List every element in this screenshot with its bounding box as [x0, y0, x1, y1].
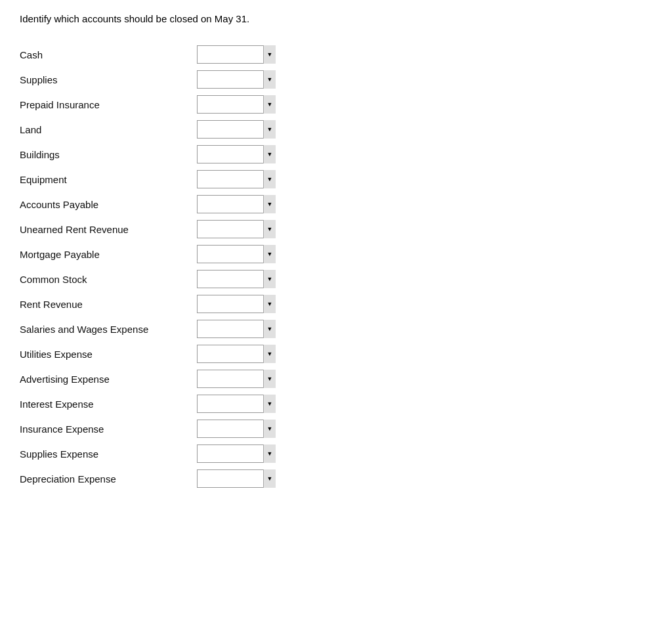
account-label-common-stock: Common Stock [20, 274, 197, 285]
account-label-prepaid-insurance: Prepaid Insurance [20, 99, 197, 110]
account-select-cash[interactable]: YesNo [197, 45, 276, 64]
account-select-unearned-rent-revenue[interactable]: YesNo [197, 220, 276, 238]
account-row-accounts-payable: Accounts PayableYesNo [20, 192, 652, 216]
account-select-rent-revenue[interactable]: YesNo [197, 295, 276, 313]
account-row-insurance-expense: Insurance ExpenseYesNo [20, 417, 652, 441]
account-row-utilities-expense: Utilities ExpenseYesNo [20, 342, 652, 366]
account-select-equipment[interactable]: YesNo [197, 170, 276, 188]
account-row-equipment: EquipmentYesNo [20, 167, 652, 191]
account-row-supplies: SuppliesYesNo [20, 68, 652, 91]
account-row-unearned-rent-revenue: Unearned Rent RevenueYesNo [20, 217, 652, 241]
account-label-depreciation-expense: Depreciation Expense [20, 473, 197, 485]
account-select-land[interactable]: YesNo [197, 120, 276, 139]
account-row-cash: CashYesNo [20, 43, 652, 66]
account-select-supplies[interactable]: YesNo [197, 70, 276, 89]
account-label-supplies: Supplies [20, 74, 197, 85]
account-row-mortgage-payable: Mortgage PayableYesNo [20, 242, 652, 266]
account-select-salaries-and-wages-expense[interactable]: YesNo [197, 320, 276, 338]
account-select-supplies-expense[interactable]: YesNo [197, 444, 276, 463]
account-row-advertising-expense: Advertising ExpenseYesNo [20, 367, 652, 391]
account-row-supplies-expense: Supplies ExpenseYesNo [20, 442, 652, 465]
account-row-buildings: BuildingsYesNo [20, 142, 652, 166]
account-select-interest-expense[interactable]: YesNo [197, 395, 276, 413]
account-select-common-stock[interactable]: YesNo [197, 270, 276, 288]
account-label-insurance-expense: Insurance Expense [20, 423, 197, 435]
account-label-equipment: Equipment [20, 174, 197, 185]
accounts-container: CashYesNoSuppliesYesNoPrepaid InsuranceY… [20, 43, 652, 490]
instruction-text: Identify which accounts should be closed… [20, 13, 652, 24]
account-label-salaries-and-wages-expense: Salaries and Wages Expense [20, 324, 197, 335]
account-label-cash: Cash [20, 49, 197, 60]
account-row-land: LandYesNo [20, 118, 652, 141]
account-label-buildings: Buildings [20, 149, 197, 160]
account-select-buildings[interactable]: YesNo [197, 145, 276, 163]
account-select-prepaid-insurance[interactable]: YesNo [197, 95, 276, 114]
account-row-interest-expense: Interest ExpenseYesNo [20, 392, 652, 416]
account-row-common-stock: Common StockYesNo [20, 267, 652, 291]
account-row-depreciation-expense: Depreciation ExpenseYesNo [20, 467, 652, 490]
account-label-utilities-expense: Utilities Expense [20, 349, 197, 360]
account-select-mortgage-payable[interactable]: YesNo [197, 245, 276, 263]
account-label-mortgage-payable: Mortgage Payable [20, 249, 197, 260]
account-row-prepaid-insurance: Prepaid InsuranceYesNo [20, 93, 652, 116]
account-row-salaries-and-wages-expense: Salaries and Wages ExpenseYesNo [20, 317, 652, 341]
account-select-insurance-expense[interactable]: YesNo [197, 420, 276, 438]
account-row-rent-revenue: Rent RevenueYesNo [20, 292, 652, 316]
account-label-accounts-payable: Accounts Payable [20, 199, 197, 210]
account-select-advertising-expense[interactable]: YesNo [197, 370, 276, 388]
account-select-utilities-expense[interactable]: YesNo [197, 345, 276, 363]
account-label-rent-revenue: Rent Revenue [20, 299, 197, 310]
account-label-land: Land [20, 124, 197, 135]
account-select-accounts-payable[interactable]: YesNo [197, 195, 276, 213]
account-label-supplies-expense: Supplies Expense [20, 448, 197, 460]
account-label-advertising-expense: Advertising Expense [20, 374, 197, 385]
account-label-unearned-rent-revenue: Unearned Rent Revenue [20, 224, 197, 235]
account-select-depreciation-expense[interactable]: YesNo [197, 469, 276, 488]
account-label-interest-expense: Interest Expense [20, 399, 197, 410]
